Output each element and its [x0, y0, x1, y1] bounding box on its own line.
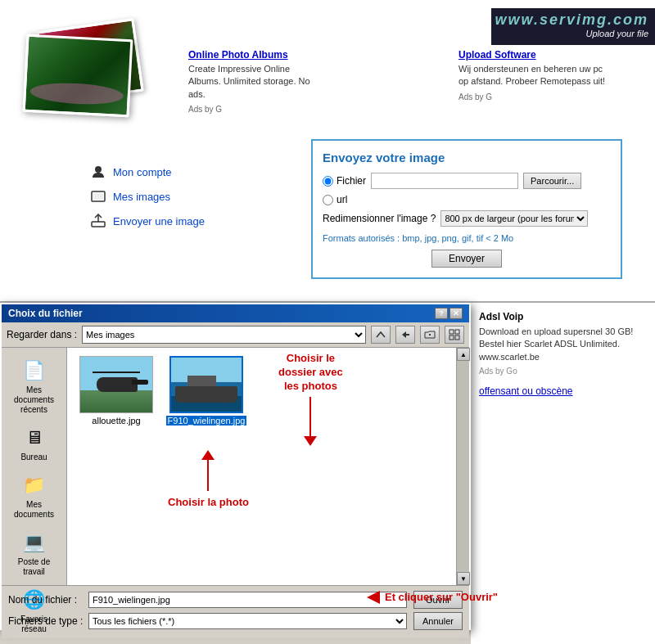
recents-icon: 📄 [21, 358, 47, 384]
svg-rect-7 [449, 336, 454, 340]
nav-envoyer-label: Envoyer une image [113, 215, 205, 227]
scroll-track[interactable] [457, 361, 469, 572]
poste-label: Poste de travail [8, 557, 61, 577]
filename-input[interactable] [88, 592, 407, 608]
recents-label: Mes documents récents [8, 385, 61, 415]
filetype-select[interactable]: Tous les fichiers (*.*) [88, 613, 407, 629]
dialog-close-button[interactable]: ✕ [449, 308, 463, 319]
svg-point-0 [95, 166, 102, 173]
url-row: url [323, 194, 611, 205]
file-radio[interactable] [323, 176, 333, 187]
file-f910[interactable]: F910_wielingen.jpg [165, 356, 247, 426]
nav-envoyer-image[interactable]: Envoyer une image [90, 213, 221, 229]
cancel-button[interactable]: Annuler [413, 612, 463, 630]
annotation-open: Et cliquer sur "Ouvrir" [367, 591, 498, 605]
allouette-thumbnail [79, 356, 153, 413]
new-folder-button[interactable] [420, 326, 440, 344]
documents-icon: 📁 [21, 472, 47, 498]
header-logo: www.servimg.com Upload your file [491, 8, 655, 45]
right-ads-by: Ads by Go [479, 367, 647, 376]
photo-front [23, 34, 133, 118]
file-row: Fichier Parcourir... [323, 173, 611, 189]
annotation-photo: Choisir la photo [168, 458, 249, 510]
heli-image [80, 357, 152, 412]
url-radio-label[interactable]: url [323, 194, 347, 205]
bureau-label: Bureau [20, 453, 47, 462]
report-link[interactable]: offensant ou obscène [479, 385, 573, 397]
bureau-icon: 🖥 [21, 425, 47, 451]
right-ad-text: Download en upload supersnel 30 GB! Best… [479, 326, 647, 363]
place-bureau[interactable]: 🖥 Bureau [5, 421, 64, 466]
ad-left-by: Ads by G [188, 105, 319, 114]
filetype-row: Fichiers de type : Tous les fichiers (*.… [8, 612, 463, 630]
f910-filename: F910_wielingen.jpg [166, 416, 247, 426]
dialog-title: Choix du fichier [8, 308, 83, 319]
heli-tail [132, 380, 148, 385]
send-button[interactable]: Envoyer [431, 250, 502, 268]
sidebar-nav: Mon compte Mes images Envoyer une image [90, 164, 221, 237]
browse-button[interactable]: Parcourir... [523, 173, 581, 189]
nav-mon-compte[interactable]: Mon compte [90, 164, 221, 180]
annotation-folder: Choisir le dossier avec les photos [278, 352, 343, 438]
dialog-titlebar-buttons: ? ✕ [435, 308, 463, 319]
nav-back-button[interactable] [395, 326, 415, 344]
svg-rect-6 [455, 330, 459, 334]
open-arrow-icon [367, 591, 380, 604]
file-label: Fichier [337, 175, 366, 187]
account-icon [90, 164, 106, 180]
allouette-filename: allouette.jpg [92, 416, 140, 426]
scroll-down-button[interactable]: ▼ [457, 572, 470, 585]
formats-text: Formats autorisés : bmp, jpg, png, gif, … [323, 233, 611, 243]
right-panel: Adsl Voip Download en upload supersnel 3… [471, 303, 655, 644]
documents-label: Mes documents [8, 500, 61, 520]
scroll-up-button[interactable]: ▲ [457, 348, 470, 361]
place-poste[interactable]: 💻 Poste de travail [5, 526, 64, 580]
file-radio-label[interactable]: Fichier [323, 175, 366, 187]
ad-right: Upload Software Wij ondersteunen en behe… [458, 49, 606, 101]
dialog-toolbar: Regarder dans : Mes images [2, 322, 469, 348]
url-label: url [337, 194, 347, 205]
svg-rect-3 [92, 222, 105, 227]
svg-rect-2 [93, 193, 103, 200]
upload-form: Envoyez votre image Fichier Parcourir...… [311, 139, 622, 279]
file-input[interactable] [371, 173, 518, 189]
file-allouette[interactable]: allouette.jpg [75, 356, 157, 426]
photo-annotation-text: Choisir la photo [168, 496, 249, 510]
dialog-sidebar: 📄 Mes documents récents 🖥 Bureau 📁 Mes d… [2, 348, 67, 585]
place-documents[interactable]: 📁 Mes documents [5, 469, 64, 523]
filename-label: Nom du fichier : [8, 594, 82, 606]
poste-icon: 💻 [21, 529, 47, 556]
heli-rotor [93, 372, 140, 373]
folder-annotation-text: Choisir le dossier avec les photos [278, 352, 343, 394]
ad-right-text: Wij ondersteunen en beheren uw pc op afs… [458, 63, 606, 88]
ad-left-title[interactable]: Online Photo Albums [188, 49, 319, 61]
dialog-scrollbar: ▲ ▼ [456, 348, 469, 585]
nav-up-button[interactable] [371, 326, 391, 344]
resize-label: Redimensionner l'image ? [323, 213, 436, 224]
open-annotation-text: Et cliquer sur "Ouvrir" [385, 591, 498, 605]
resize-select[interactable]: 800 px de largeur (pour les forums) [440, 210, 588, 227]
svg-rect-5 [449, 330, 454, 334]
nav-mon-compte-label: Mon compte [113, 166, 172, 178]
url-radio[interactable] [323, 195, 333, 205]
look-in-select[interactable]: Mes images [82, 326, 366, 344]
logo-text: www.servimg.com [495, 11, 648, 29]
upload-icon [90, 213, 106, 229]
ad-right-title[interactable]: Upload Software [458, 49, 606, 61]
dialog-titlebar: Choix du fichier ? ✕ [2, 304, 469, 322]
look-in-label: Regarder dans : [7, 329, 77, 340]
ship-hull [175, 386, 237, 403]
place-favoris[interactable]: 🌐 Favoris réseau [5, 583, 64, 637]
ship-image [171, 357, 242, 412]
nav-mes-images[interactable]: Mes images [90, 188, 221, 205]
resize-row: Redimensionner l'image ? 800 px de large… [323, 210, 611, 227]
place-recents[interactable]: 📄 Mes documents récents [5, 354, 64, 418]
right-ad-title: Adsl Voip [479, 311, 647, 322]
svg-rect-8 [455, 336, 459, 340]
nav-mes-images-label: Mes images [113, 191, 170, 203]
photo-collage [16, 8, 164, 139]
f910-thumbnail [169, 356, 243, 413]
dialog-help-button[interactable]: ? [435, 308, 448, 319]
view-button[interactable] [445, 326, 464, 344]
logo-sub: Upload your file [586, 29, 648, 38]
